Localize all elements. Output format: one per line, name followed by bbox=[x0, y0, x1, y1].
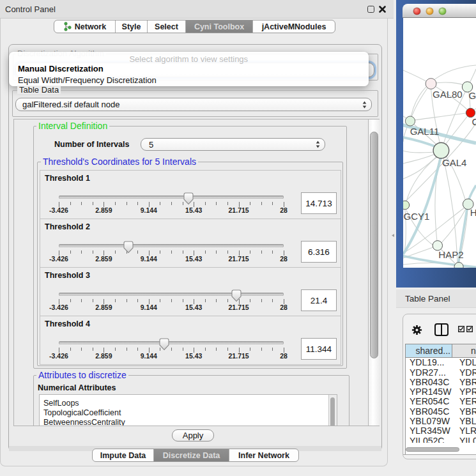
svg-text:GCY1: GCY1 bbox=[404, 211, 430, 222]
svg-text:C: C bbox=[472, 116, 476, 127]
svg-text:H: H bbox=[470, 207, 476, 218]
svg-text:GAL11: GAL11 bbox=[410, 126, 440, 137]
svg-text:HAP2: HAP2 bbox=[438, 249, 463, 260]
svg-text:GAL4: GAL4 bbox=[442, 157, 466, 168]
svg-text:GA: GA bbox=[469, 90, 476, 101]
svg-text:GAL80: GAL80 bbox=[433, 89, 463, 100]
